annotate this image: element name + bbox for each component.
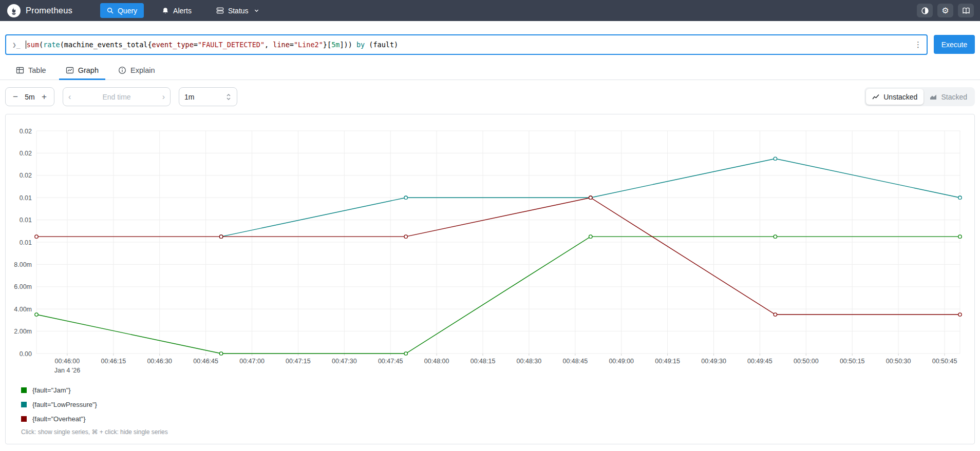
x-axis-tick-label: 00:50:00	[794, 358, 819, 365]
area-chart-icon	[930, 94, 937, 100]
promql-token: rate	[43, 41, 60, 49]
x-axis-date-label: Jan 4 '26	[54, 367, 80, 374]
info-icon	[118, 66, 126, 74]
data-point-marker	[958, 235, 962, 238]
end-time-placeholder: End time	[102, 93, 130, 101]
nav-item-query[interactable]: Query	[100, 3, 144, 18]
legend: {fault="Jam"}{fault="LowPressure"}{fault…	[21, 386, 97, 429]
legend-label: {fault="Overheat"}	[32, 415, 86, 423]
legend-label: {fault="Jam"}	[32, 386, 71, 394]
chevron-down-icon	[254, 8, 259, 13]
stacked-button[interactable]: Stacked	[924, 89, 973, 105]
promql-token: =	[290, 41, 294, 49]
promql-token: machine_events_total	[64, 41, 148, 49]
data-point-marker	[404, 352, 407, 355]
promql-token: (	[60, 41, 64, 49]
x-axis-tick-label: 00:46:15	[101, 358, 126, 365]
graph-icon	[66, 66, 74, 74]
nav-item-status[interactable]: Status	[210, 3, 266, 18]
series-line	[36, 198, 960, 315]
stacking-toggle: Unstacked Stacked	[864, 87, 975, 106]
promql-token: ,	[265, 41, 273, 49]
query-expression-input[interactable]: ❯_ sum(rate(machine_events_total{event_t…	[5, 34, 928, 55]
tab-table[interactable]: Table	[9, 61, 53, 80]
legend-item[interactable]: {fault="LowPressure"}	[21, 401, 97, 408]
y-axis-tick-label: 0.02	[20, 150, 32, 157]
data-point-marker	[35, 313, 38, 316]
promql-token: (	[39, 41, 43, 49]
legend-swatch	[21, 416, 27, 422]
promql-token: by	[356, 41, 365, 49]
x-axis-tick-label: 00:47:00	[239, 358, 265, 365]
x-axis-tick-label: 00:47:30	[332, 358, 357, 365]
resolution-select[interactable]: 1m	[179, 87, 237, 106]
stepper-icon[interactable]	[225, 93, 232, 101]
x-axis-tick-label: 00:50:30	[886, 358, 911, 365]
y-axis-tick-label: 2.00m	[14, 328, 32, 335]
data-point-marker	[219, 352, 222, 355]
range-increase-button[interactable]: +	[37, 90, 51, 104]
execute-button[interactable]: Execute	[934, 35, 975, 54]
x-axis-tick-label: 00:48:30	[517, 358, 542, 365]
x-axis-tick-label: 00:49:15	[655, 358, 680, 365]
database-icon	[216, 7, 224, 14]
promql-token: }	[323, 41, 327, 49]
data-point-marker	[774, 235, 777, 238]
graph-panel: 0.020.020.020.010.010.018.00m6.00m4.00m2…	[5, 114, 975, 444]
promql-token: (fault)	[365, 41, 398, 49]
promql-token: "Line2"	[294, 41, 323, 49]
legend-swatch	[21, 387, 27, 393]
brand[interactable]: Prometheus	[7, 4, 72, 17]
tab-explain[interactable]: Explain	[111, 61, 162, 80]
tab-graph[interactable]: Graph	[59, 61, 105, 80]
end-time-forward-button[interactable]: ›	[162, 92, 165, 102]
contrast-icon	[921, 7, 929, 15]
x-axis-tick-label: 00:48:00	[424, 358, 449, 365]
end-time-picker[interactable]: ‹ End time ›	[63, 87, 171, 106]
gear-icon: ⚙	[941, 6, 949, 15]
data-point-marker	[589, 196, 592, 199]
end-time-back-button[interactable]: ‹	[68, 92, 71, 102]
nav-item-alerts[interactable]: Alerts	[155, 3, 198, 18]
x-axis-tick-label: 00:46:30	[147, 358, 172, 365]
x-axis-tick-label: 00:46:00	[55, 358, 80, 365]
legend-help-note: Click: show single series, ⌘ + click: hi…	[21, 428, 168, 436]
terminal-prompt-icon: ❯_	[12, 41, 21, 49]
theme-toggle-button[interactable]	[917, 4, 933, 17]
graph-canvas[interactable]: 0.020.020.020.010.010.018.00m6.00m4.00m2…	[15, 125, 966, 381]
x-axis-tick-label: 00:46:45	[193, 358, 218, 365]
promql-token: "FAULT_DETECTED"	[198, 41, 265, 49]
x-axis-tick-label: 00:50:45	[932, 358, 957, 365]
y-axis-tick-label: 0.02	[20, 172, 32, 179]
promql-token: 5m	[331, 41, 340, 49]
x-axis-tick-label: 00:49:00	[609, 358, 634, 365]
range-decrease-button[interactable]: −	[9, 90, 22, 104]
promql-expression[interactable]: sum(rate(machine_events_total{event_type…	[26, 41, 910, 49]
x-axis-tick-label: 00:47:15	[286, 358, 311, 365]
data-point-marker	[404, 235, 407, 238]
data-point-marker	[774, 313, 777, 316]
legend-label: {fault="LowPressure"}	[32, 401, 97, 408]
promql-token: {	[147, 41, 152, 49]
unstacked-button[interactable]: Unstacked	[866, 89, 924, 105]
settings-button[interactable]: ⚙	[937, 4, 953, 17]
promql-token: ))	[344, 41, 356, 49]
range-value[interactable]: 5m	[23, 93, 36, 101]
docs-button[interactable]	[958, 4, 974, 17]
query-menu-icon[interactable]: ⋮	[914, 40, 921, 49]
x-axis-tick-label: 00:48:45	[562, 358, 588, 365]
y-axis-tick-label: 0.01	[20, 194, 32, 202]
x-axis-tick-label: 00:49:45	[747, 358, 772, 365]
y-axis-tick-label: 0.00	[20, 350, 32, 358]
promql-token: event_type	[152, 41, 194, 49]
bell-icon	[162, 7, 169, 14]
result-tabs: Table Graph Explain	[0, 61, 980, 80]
x-axis-tick-label: 00:49:30	[701, 358, 726, 365]
top-navbar: Prometheus Query Alerts Status	[0, 0, 980, 21]
search-icon	[107, 7, 114, 14]
legend-item[interactable]: {fault="Jam"}	[21, 386, 97, 394]
x-axis-tick-label: 00:47:45	[378, 358, 403, 365]
data-point-marker	[774, 157, 777, 160]
legend-item[interactable]: {fault="Overheat"}	[21, 415, 97, 423]
y-axis-tick-label: 0.02	[20, 128, 32, 135]
